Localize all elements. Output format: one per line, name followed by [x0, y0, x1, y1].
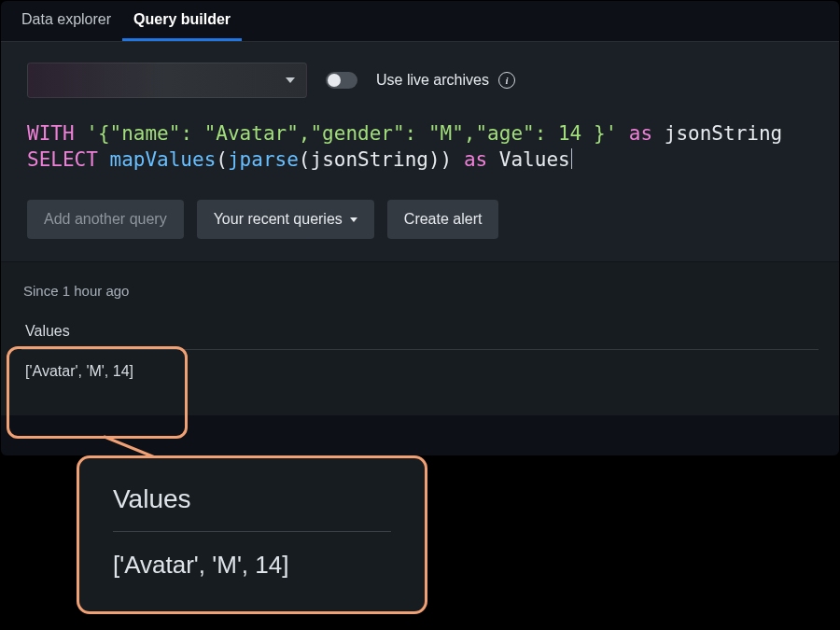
zoom-value: ['Avatar', 'M', 14]	[113, 551, 391, 580]
tab-query-builder[interactable]: Query builder	[122, 1, 242, 41]
results-table: Values ['Avatar', 'M', 14]	[21, 315, 819, 393]
info-icon[interactable]: i	[498, 72, 515, 89]
query-editor[interactable]: WITH '{"name": "Avatar","gender": "M","a…	[27, 120, 813, 174]
time-range-label: Since 1 hour ago	[21, 283, 819, 299]
code-function: jparse	[228, 148, 299, 171]
live-archives-toggle[interactable]	[326, 72, 357, 89]
recent-queries-button[interactable]: Your recent queries	[197, 200, 374, 239]
code-keyword: as	[629, 122, 652, 145]
tab-data-explorer[interactable]: Data explorer	[10, 1, 122, 41]
add-another-query-button[interactable]: Add another query	[27, 200, 184, 239]
chevron-down-icon	[350, 217, 357, 222]
code-paren: ))	[428, 148, 452, 171]
highlight-box-large: Values ['Avatar', 'M', 14]	[77, 455, 427, 614]
text-cursor	[571, 148, 572, 169]
chevron-down-icon	[286, 77, 295, 83]
tab-bar: Data explorer Query builder	[1, 1, 839, 42]
code-identifier: jsonString	[665, 122, 782, 145]
code-string-literal: '{"name": "Avatar","gender": "M","age": …	[86, 122, 617, 145]
results-panel: Since 1 hour ago Values ['Avatar', 'M', …	[1, 261, 839, 415]
toggle-knob	[328, 74, 341, 87]
code-keyword: as	[464, 148, 487, 171]
code-paren: (	[216, 148, 228, 171]
code-identifier: jsonString	[310, 148, 427, 171]
live-archives-label: Use live archives	[376, 72, 489, 89]
result-cell: ['Avatar', 'M', 14]	[21, 350, 819, 393]
code-function: mapValues	[110, 148, 217, 171]
code-keyword: SELECT	[27, 148, 98, 171]
code-paren: (	[299, 148, 311, 171]
query-builder-panel: Use live archives i WITH '{"name": "Avat…	[1, 42, 839, 261]
recent-queries-label: Your recent queries	[214, 211, 343, 228]
account-selector[interactable]	[27, 63, 307, 98]
create-alert-button[interactable]: Create alert	[387, 200, 499, 239]
column-header: Values	[21, 315, 819, 350]
code-keyword: WITH	[27, 122, 75, 145]
zoom-header: Values	[113, 484, 391, 532]
code-identifier: Values	[499, 148, 570, 171]
